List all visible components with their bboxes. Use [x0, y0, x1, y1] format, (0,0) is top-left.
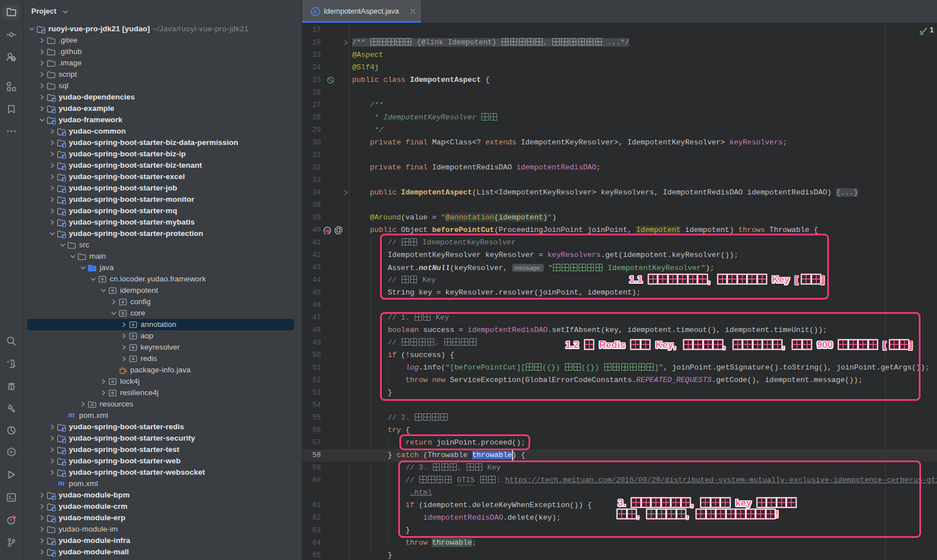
svg-text:?: ? [12, 56, 15, 61]
svg-text:m: m [325, 227, 330, 234]
